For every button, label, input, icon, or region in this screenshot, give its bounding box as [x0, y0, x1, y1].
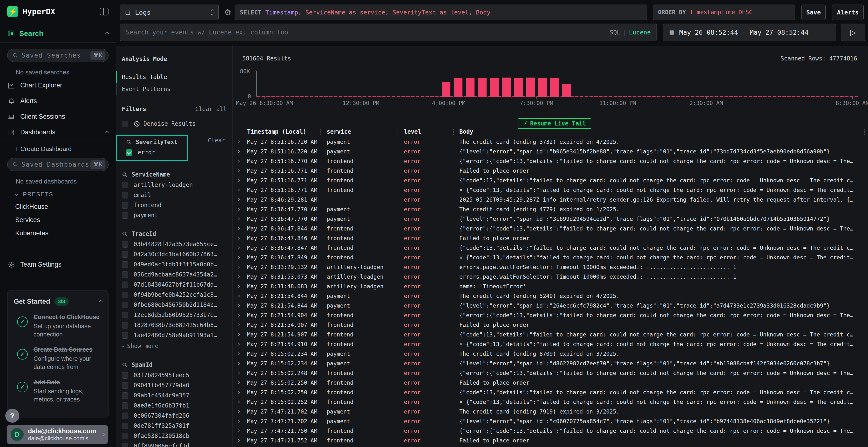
expand-row-icon[interactable]	[238, 179, 242, 181]
filter-item-042a30c3dc1baf660b[interactable]: 042a30c3dc1baf660b27863…	[122, 249, 227, 260]
preset-services[interactable]: Services	[0, 213, 116, 227]
expand-row-icon[interactable]	[238, 420, 242, 422]
checkbox[interactable]	[122, 241, 128, 248]
table-row[interactable]: May 27 8:21:54.907 AMfrontenderrorFailed…	[233, 320, 868, 330]
filter-item-1ae42480d758e9ab91[interactable]: 1ae42480d758e9ab91193a1…	[122, 330, 227, 340]
preset-kubernetes[interactable]: Kubernetes	[0, 227, 116, 240]
expand-row-icon[interactable]	[238, 440, 242, 442]
filter-item-03b44828f42a3573ea[interactable]: 03b44828f42a3573ea655ce…	[122, 239, 227, 249]
expand-row-icon[interactable]	[238, 295, 242, 297]
filter-item-0c0667304fafd206[interactable]: 0c0667304fafd206	[122, 411, 227, 421]
filter-item-error[interactable]: error	[126, 147, 184, 158]
table-row[interactable]: May 27 8:21:54.907 AMfrontenderror{"code…	[233, 330, 868, 339]
tab-event-patterns[interactable]: Event Patterns	[116, 83, 227, 95]
filter-item-artilleryloadgen[interactable]: artillery-loadgen	[122, 180, 227, 190]
filter-item-07d184304627bf2f11[interactable]: 07d184304627bf2f11b67dd…	[122, 280, 227, 290]
checkbox[interactable]	[122, 291, 128, 298]
get-started-step-3[interactable]: ✓ Add Data Start sending logs, metrics, …	[14, 378, 102, 404]
checkbox[interactable]	[122, 121, 128, 127]
sidebar-item-alerts[interactable]: Alerts	[0, 93, 116, 109]
checkbox[interactable]	[122, 302, 128, 308]
table-row[interactable]: May 27 7:47:21.752 AMfrontenderrorFailed…	[233, 436, 868, 445]
checkbox-checked[interactable]	[126, 149, 132, 156]
checkbox[interactable]	[122, 281, 128, 288]
checkbox[interactable]	[122, 433, 128, 439]
expand-row-icon[interactable]	[238, 305, 242, 307]
checkbox[interactable]	[122, 423, 128, 429]
clear-filter-link[interactable]: Clear	[208, 137, 225, 144]
checkbox[interactable]	[122, 202, 128, 209]
table-row[interactable]: May 27 7:47:21.702 AMpaymenterrorThe cre…	[233, 407, 868, 416]
checkbox[interactable]	[122, 392, 128, 399]
date-range-picker[interactable]: May 26 08:52:44 - May 27 08:52:44	[663, 24, 836, 41]
checkbox[interactable]	[122, 332, 128, 339]
col-service[interactable]: service	[322, 128, 399, 135]
histogram-bar[interactable]	[466, 78, 474, 97]
expand-row-icon[interactable]	[238, 160, 242, 162]
expand-row-icon[interactable]	[238, 372, 242, 374]
column-resize-handle[interactable]	[453, 129, 454, 135]
filter-item-payment[interactable]: payment	[122, 210, 227, 220]
table-row[interactable]: May 27 8:15:02.234 AMpaymenterror{"level…	[233, 358, 868, 368]
filter-item-12ec8dd52b60b95257[interactable]: 12ec8dd52b60b9525733b7e…	[122, 310, 227, 320]
filter-item-18287038b73e882425[interactable]: 18287038b73e882425c64b8…	[122, 320, 227, 330]
filter-item-0fbe680eb456750b2d[interactable]: 0fbe680eb456750b2d1184c…	[122, 300, 227, 310]
checkbox[interactable]	[122, 372, 128, 379]
table-row[interactable]: May 27 8:51:16.720 AMpaymenterrorThe cre…	[233, 137, 868, 147]
table-row[interactable]: May 27 8:21:54.844 AMpaymenterrorThe cre…	[233, 291, 868, 301]
expand-row-icon[interactable]	[238, 256, 242, 259]
table-row[interactable]: May 27 8:15:02.248 AMfrontenderror{"erro…	[233, 368, 868, 378]
chevron-up-icon[interactable]	[105, 32, 109, 35]
checkbox[interactable]	[122, 251, 128, 258]
column-resize-handle[interactable]	[320, 129, 321, 135]
table-row[interactable]: May 27 8:15:02.250 AMfrontenderror{"code…	[233, 387, 868, 397]
filter-item-03f7b824595feec5[interactable]: 03f7b824595feec5	[122, 370, 227, 380]
table-row[interactable]: May 27 8:36:47.846 AMfrontenderrorFailed…	[233, 233, 868, 243]
col-body[interactable]: Body	[455, 128, 868, 135]
histogram-bar[interactable]	[526, 77, 535, 97]
table-row[interactable]: May 27 8:51:16.770 AMfrontenderror{"erro…	[233, 156, 868, 166]
table-row[interactable]: May 27 8:46:29.281 AMerror2025-05-26T09:…	[233, 195, 868, 204]
filter-item-0f94b9befe0b4252cc[interactable]: 0f94b9befe0b4252ccfa1c8…	[122, 290, 227, 300]
table-row[interactable]: May 27 8:51:16.771 AMfrontenderror{"code…	[233, 176, 868, 185]
expand-row-icon[interactable]	[238, 382, 242, 384]
get-started-step-1[interactable]: ✓ Connect to ClickHouse Set up your data…	[14, 313, 102, 338]
gear-icon[interactable]: ⚙	[224, 7, 231, 17]
histogram-bar[interactable]	[442, 82, 451, 97]
table-row[interactable]: May 27 8:31:53.073 AMartillery-loadgener…	[233, 272, 868, 281]
table-row[interactable]: May 27 7:47:21.750 AMfrontenderror{"erro…	[233, 426, 868, 436]
histogram-bar[interactable]	[514, 78, 523, 97]
select-clause-input[interactable]: SELECT Timestamp, ServiceName as service…	[235, 5, 647, 20]
col-timestamp[interactable]: Timestamp (Local)	[242, 128, 322, 135]
checkbox[interactable]	[122, 212, 128, 219]
filter-item-0fae5381230518cb[interactable]: 0fae5381230518cb	[122, 431, 227, 441]
save-button[interactable]: Save	[802, 5, 826, 20]
checkbox[interactable]	[122, 322, 128, 329]
sidebar-item-client-sessions[interactable]: Client Sessions	[0, 109, 116, 125]
expand-row-icon[interactable]	[238, 391, 242, 393]
checkbox[interactable]	[122, 261, 128, 268]
alerts-button[interactable]: Alerts	[832, 5, 864, 20]
table-row[interactable]: May 27 8:21:54.844 AMpaymenterror{"level…	[233, 301, 868, 310]
expand-row-icon[interactable]	[238, 237, 242, 239]
user-menu[interactable]: D dale@clickhouse.com dale@clickhouse.co…	[7, 425, 108, 444]
denoise-results-checkbox[interactable]: Denoise Results	[116, 119, 227, 129]
expand-row-icon[interactable]	[238, 430, 242, 432]
presets-toggle[interactable]: PRESETS	[0, 187, 116, 200]
table-row[interactable]: May 27 8:31:48.083 AMartillery-loadgener…	[233, 281, 868, 291]
sidebar-item-dashboards[interactable]: Dashboards	[0, 125, 116, 140]
column-resize-handle[interactable]	[864, 129, 865, 135]
sidebar-item-chart-explorer[interactable]: Chart Explorer	[0, 77, 116, 93]
table-row[interactable]: May 27 8:36:47.849 AMfrontenderror× {"co…	[233, 253, 868, 262]
chevron-up-icon[interactable]	[105, 131, 109, 134]
expand-row-icon[interactable]	[238, 363, 242, 365]
checkbox[interactable]	[122, 271, 128, 278]
checkbox[interactable]	[122, 312, 128, 318]
filter-item-09ab1c4544c9a357[interactable]: 09ab1c4544c9a357	[122, 390, 227, 401]
table-row[interactable]: May 27 7:47:21.702 AMpaymenterror{"level…	[233, 416, 868, 426]
saved-searches-input[interactable]: Saved Searches ⌘K	[7, 49, 108, 62]
expand-row-icon[interactable]	[238, 353, 242, 355]
get-started-step-2[interactable]: ✓ Create Data Sources Configure where yo…	[14, 346, 102, 371]
expand-row-icon[interactable]	[238, 247, 242, 249]
table-row[interactable]: May 27 8:36:47.844 AMfrontenderror{"erro…	[233, 224, 868, 233]
